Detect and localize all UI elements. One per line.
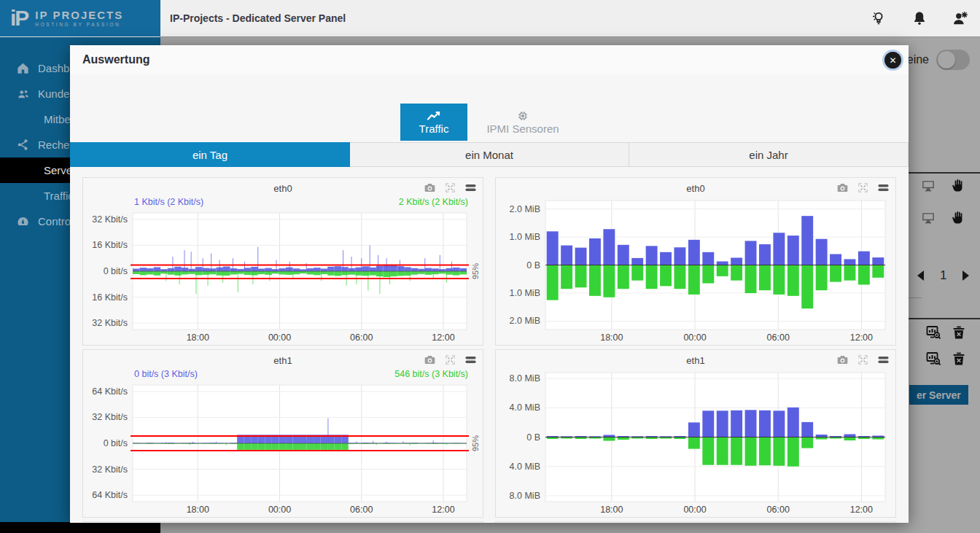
svg-text:18:00: 18:00	[187, 505, 209, 515]
svg-text:18:00: 18:00	[600, 505, 623, 515]
tab-ipmi-sensoren[interactable]: IPMI Sensoren	[467, 104, 578, 141]
camera-icon[interactable]	[424, 182, 436, 194]
sidebar-item-label: Recher	[38, 139, 73, 151]
sidebar-bottom-bar[interactable]	[0, 522, 160, 533]
logo-line2: HOSTING BY PASSION	[35, 23, 123, 28]
svg-text:16 Kbit/s: 16 Kbit/s	[92, 240, 128, 250]
chart-plot-eth0-day-rate: 32 Kbit/s32 Kbit/s16 Kbit/s16 Kbit/s0 bi…	[83, 209, 483, 345]
chart-panel-total-day-rate: Total (5 Minuten Durchschnitt)273 bit/s …	[82, 521, 483, 523]
close-icon[interactable]: ✕	[884, 52, 901, 69]
logo-mark: iP	[10, 6, 28, 31]
camera-icon[interactable]	[424, 354, 436, 366]
menu-bars-icon[interactable]	[877, 182, 890, 194]
chart-plot-eth1-day-volume: 8.0 MiB8.0 MiB4.0 MiB4.0 MiB0 B18:0000:0…	[496, 369, 895, 517]
svg-text:64 Kbit/s: 64 Kbit/s	[92, 490, 128, 500]
bell-icon[interactable]	[910, 9, 929, 28]
sidebar-item-label: Mitbe	[44, 113, 71, 125]
tab-traffic[interactable]: Traffic	[400, 104, 467, 141]
svg-text:12:00: 12:00	[850, 505, 873, 515]
home-icon	[16, 61, 35, 75]
camera-icon[interactable]	[836, 182, 849, 194]
subtab-ein-jahr-label: ein Jahr	[749, 149, 788, 161]
svg-text:06:00: 06:00	[350, 505, 373, 515]
chart-panel-eth0-day-volume: eth02.0 MiB2.0 MiB1.0 MiB1.0 MiB0 B18:00…	[495, 177, 896, 346]
svg-text:32 Kbit/s: 32 Kbit/s	[92, 412, 128, 422]
legend-in[interactable]: 0 bit/s (3 Kbit/s)	[134, 369, 198, 381]
svg-text:00:00: 00:00	[683, 332, 706, 343]
top-bar: iP IP PROJECTS HOSTING BY PASSION IP-Pro…	[0, 0, 980, 37]
svg-text:2.0 MiB: 2.0 MiB	[510, 204, 540, 214]
subtab-ein-tag-label: ein Tag	[192, 149, 228, 161]
auswertung-modal: Auswertung ✕ Traffic IPMI Sensoren ein T…	[70, 45, 909, 523]
svg-text:06:00: 06:00	[767, 505, 790, 515]
expand-icon[interactable]	[857, 182, 869, 194]
lightbulb-icon[interactable]	[869, 9, 888, 28]
svg-text:8.0 MiB: 8.0 MiB	[510, 373, 540, 384]
svg-text:00:00: 00:00	[683, 505, 706, 515]
svg-text:06:00: 06:00	[767, 332, 790, 343]
svg-text:00:00: 00:00	[268, 505, 291, 515]
legend-out[interactable]: 546 bit/s (3 Kbit/s)	[394, 369, 468, 381]
legend-out[interactable]: 2 Kbit/s (2 Kbit/s)	[399, 197, 468, 209]
svg-text:06:00: 06:00	[350, 332, 373, 343]
svg-text:00:00: 00:00	[268, 332, 291, 343]
svg-text:32 Kbit/s: 32 Kbit/s	[92, 318, 128, 328]
svg-text:32 Kbit/s: 32 Kbit/s	[92, 464, 128, 475]
svg-text:12:00: 12:00	[432, 505, 454, 515]
svg-text:0 bit/s: 0 bit/s	[104, 266, 128, 276]
logo[interactable]: iP IP PROJECTS HOSTING BY PASSION	[0, 0, 160, 36]
svg-text:16 Kbit/s: 16 Kbit/s	[92, 292, 128, 303]
gauge-icon	[16, 214, 35, 228]
modal-title: Auswertung	[82, 53, 149, 66]
svg-text:4.0 MiB: 4.0 MiB	[510, 402, 540, 413]
camera-icon[interactable]	[836, 354, 849, 366]
subtab-ein-monat-label: ein Monat	[465, 149, 513, 161]
user-gear-icon[interactable]	[951, 9, 970, 28]
chart-panel-eth1-day-rate: eth10 bit/s (3 Kbit/s)546 bit/s (3 Kbit/…	[82, 349, 483, 518]
chart-panel-total-day-volume: Total (5 Minuten Durchschnitt)8.0 MiB8.0…	[495, 521, 896, 523]
svg-text:1.0 MiB: 1.0 MiB	[510, 288, 540, 298]
share-icon	[16, 138, 35, 152]
svg-text:8.0 MiB: 8.0 MiB	[510, 491, 540, 501]
chart-title: eth0	[83, 183, 483, 194]
expand-icon[interactable]	[444, 354, 456, 366]
chart-title: eth1	[496, 355, 895, 366]
svg-text:0 B: 0 B	[526, 432, 540, 443]
legend-in[interactable]: 1 Kbit/s (2 Kbit/s)	[134, 197, 203, 209]
chart-title: eth0	[496, 183, 895, 194]
expand-icon[interactable]	[444, 182, 456, 194]
subtab-ein-jahr[interactable]: ein Jahr	[629, 142, 909, 167]
svg-text:12:00: 12:00	[432, 332, 454, 343]
sidebar-item-label: Traffic	[44, 190, 74, 202]
chart-plot-eth1-day-rate: 64 Kbit/s64 Kbit/s32 Kbit/s32 Kbit/s0 bi…	[83, 381, 483, 517]
svg-text:64 Kbit/s: 64 Kbit/s	[92, 386, 128, 397]
svg-text:12:00: 12:00	[850, 332, 873, 343]
users-icon	[16, 87, 35, 101]
chart-plot-eth0-day-volume: 2.0 MiB2.0 MiB1.0 MiB1.0 MiB0 B18:0000:0…	[496, 197, 895, 345]
svg-text:95%: 95%	[471, 263, 480, 279]
svg-text:4.0 MiB: 4.0 MiB	[510, 462, 540, 472]
menu-bars-icon[interactable]	[877, 354, 890, 366]
menu-bars-icon[interactable]	[464, 354, 477, 366]
svg-text:18:00: 18:00	[187, 332, 209, 343]
svg-text:0 B: 0 B	[526, 260, 540, 271]
menu-bars-icon[interactable]	[464, 182, 477, 194]
chart-title: eth1	[83, 355, 483, 366]
logo-line1: IP PROJECTS	[35, 9, 123, 20]
svg-text:2.0 MiB: 2.0 MiB	[510, 316, 540, 326]
line-chart-icon	[427, 109, 441, 122]
subtab-ein-tag[interactable]: ein Tag	[70, 142, 350, 167]
svg-text:32 Kbit/s: 32 Kbit/s	[92, 214, 128, 225]
chip-icon	[516, 109, 529, 122]
tab-traffic-label: Traffic	[419, 122, 449, 135]
chart-panel-eth1-day-volume: eth18.0 MiB8.0 MiB4.0 MiB4.0 MiB0 B18:00…	[495, 349, 896, 518]
page-title: IP-Projects - Dedicated Server Panel	[170, 12, 346, 24]
expand-icon[interactable]	[857, 354, 869, 366]
subtab-ein-monat[interactable]: ein Monat	[350, 142, 629, 167]
svg-text:18:00: 18:00	[600, 332, 623, 343]
svg-text:95%: 95%	[471, 435, 480, 451]
sidebar-item-label: Control	[38, 215, 73, 227]
chart-panel-eth0-day-rate: eth01 Kbit/s (2 Kbit/s)2 Kbit/s (2 Kbit/…	[82, 177, 483, 346]
svg-text:0 bit/s: 0 bit/s	[104, 438, 128, 448]
svg-text:1.0 MiB: 1.0 MiB	[510, 232, 540, 242]
